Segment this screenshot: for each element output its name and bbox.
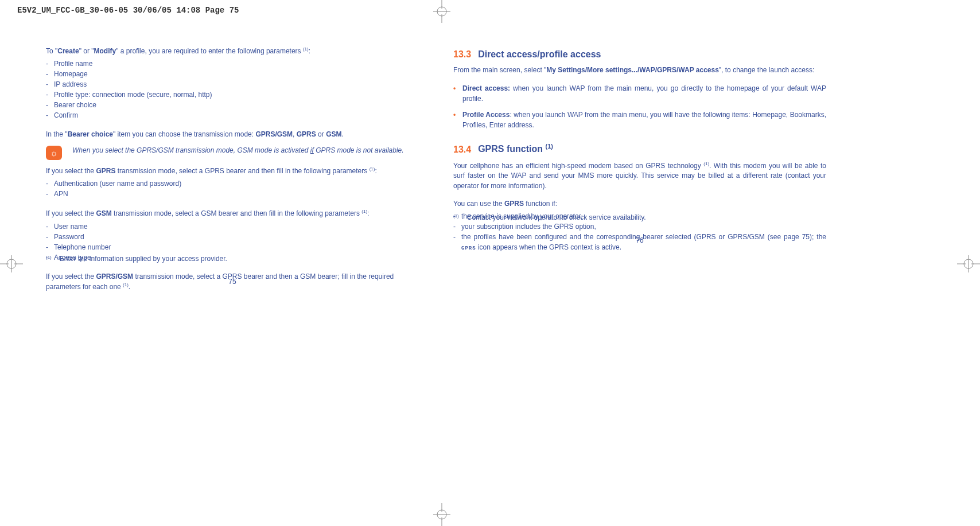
param-item: Confirm <box>54 110 419 120</box>
print-header: E5V2_UM_FCC-GB_30-06-05 30/06/05 14:08 P… <box>17 6 239 15</box>
page-number: 75 <box>228 278 236 286</box>
gprs-mode-intro: If you select the GPRS transmission mode… <box>46 166 419 176</box>
crop-mark-bottom <box>430 503 453 526</box>
param-item: Telephone number <box>54 242 419 252</box>
param-item: User name <box>54 221 419 232</box>
param-item: APN <box>54 189 419 199</box>
crop-mark-right <box>957 252 980 275</box>
section-13-3-intro: From the main screen, select "My Setting… <box>453 65 826 75</box>
section-13-4-heading: 13.4GPRS function (1) <box>453 143 826 154</box>
gprs-cond-item: your subscription includes the GPRS opti… <box>461 221 826 232</box>
gprs-inline-icon: GPRS <box>461 246 476 251</box>
tip-icon: ☼ <box>46 146 62 160</box>
crop-mark-left <box>0 252 23 275</box>
gsm-mode-intro: If you select the GSM transmission mode,… <box>46 208 419 219</box>
page-76: 13.3Direct access/profile access From th… <box>453 46 826 253</box>
section-13-3-heading: 13.3Direct access/profile access <box>453 49 826 60</box>
gprs-cond-item: the profiles have been configured and th… <box>461 232 826 253</box>
create-modify-intro: To "Create" or "Modify" a profile, you a… <box>46 46 419 56</box>
param-item: Authentication (user name and password) <box>54 178 419 189</box>
param-item: Profile type: connection mode (secure, n… <box>54 89 419 100</box>
page-75: To "Create" or "Modify" a profile, you a… <box>46 46 419 294</box>
bearer-choice-line: In the "Bearer choice" item you can choo… <box>46 130 419 139</box>
footnote: (1) Contact your network operator to che… <box>453 213 646 221</box>
param-item: Homepage <box>54 69 419 79</box>
bullet-direct-access: Direct access: when you launch WAP from … <box>462 83 826 104</box>
crop-mark-top <box>430 0 453 23</box>
param-item: Password <box>54 232 419 242</box>
bullet-profile-access: Profile Access: when you launch WAP from… <box>462 110 826 130</box>
param-item: Profile name <box>54 59 419 69</box>
tip-box: ☼ When you select the GPRS/GSM transmiss… <box>46 146 419 160</box>
param-item: Bearer choice <box>54 100 419 110</box>
tip-text: When you select the GPRS/GSM transmissio… <box>72 146 404 155</box>
section-13-4-p2: You can use the GPRS function if: <box>453 199 826 209</box>
footnote: (1) Enter the information supplied by yo… <box>46 255 227 263</box>
page-number: 76 <box>636 236 643 244</box>
param-item: IP address <box>54 79 419 89</box>
section-13-4-p1: Your cellphone has an efficient high-spe… <box>453 161 826 191</box>
